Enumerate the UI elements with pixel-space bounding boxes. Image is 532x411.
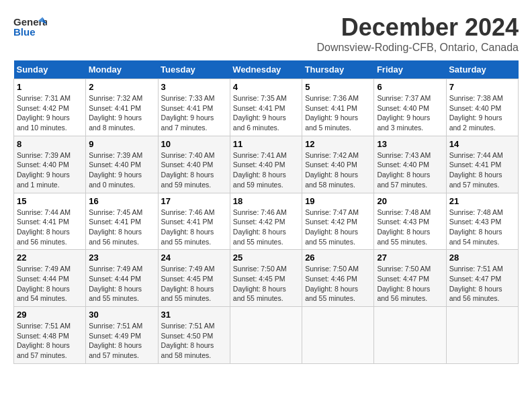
day-number: 5 — [305, 82, 371, 92]
day-number: 30 — [89, 310, 154, 320]
calendar-cell: 22Sunrise: 7:49 AMSunset: 4:44 PMDayligh… — [14, 250, 86, 307]
day-info: Sunrise: 7:46 AMSunset: 4:42 PMDaylight:… — [233, 208, 299, 247]
day-info: Sunrise: 7:32 AMSunset: 4:41 PMDaylight:… — [89, 93, 154, 133]
calendar-cell — [302, 307, 374, 364]
day-number: 31 — [161, 310, 227, 320]
calendar-cell: 6Sunrise: 7:37 AMSunset: 4:40 PMDaylight… — [374, 79, 446, 136]
subtitle: Downsview-Roding-CFB, Ontario, Canada — [316, 42, 519, 54]
day-info: Sunrise: 7:35 AMSunset: 4:41 PMDaylight:… — [233, 93, 299, 133]
calendar-cell: 14Sunrise: 7:44 AMSunset: 4:41 PMDayligh… — [446, 136, 518, 193]
day-number: 10 — [161, 139, 227, 149]
calendar-cell: 2Sunrise: 7:32 AMSunset: 4:41 PMDaylight… — [86, 79, 158, 136]
day-number: 26 — [305, 253, 371, 263]
calendar-header-thursday: Thursday — [302, 60, 374, 79]
day-info: Sunrise: 7:41 AMSunset: 4:40 PMDaylight:… — [233, 150, 299, 190]
main-title: December 2024 — [316, 13, 519, 42]
calendar-cell: 8Sunrise: 7:39 AMSunset: 4:40 PMDaylight… — [14, 136, 86, 193]
calendar-cell: 23Sunrise: 7:49 AMSunset: 4:44 PMDayligh… — [86, 250, 158, 307]
calendar-cell: 10Sunrise: 7:40 AMSunset: 4:40 PMDayligh… — [158, 136, 230, 193]
day-number: 23 — [89, 253, 154, 263]
day-info: Sunrise: 7:50 AMSunset: 4:47 PMDaylight:… — [377, 264, 443, 304]
calendar-cell: 15Sunrise: 7:44 AMSunset: 4:41 PMDayligh… — [14, 193, 86, 250]
svg-text:Blue: Blue — [13, 26, 36, 38]
day-number: 27 — [377, 253, 443, 263]
day-info: Sunrise: 7:51 AMSunset: 4:49 PMDaylight:… — [89, 321, 154, 361]
calendar-header-wednesday: Wednesday — [230, 60, 302, 79]
calendar-table: SundayMondayTuesdayWednesdayThursdayFrid… — [13, 60, 519, 364]
day-info: Sunrise: 7:39 AMSunset: 4:40 PMDaylight:… — [89, 150, 154, 190]
day-number: 13 — [377, 139, 443, 149]
day-number: 16 — [89, 196, 154, 206]
day-info: Sunrise: 7:48 AMSunset: 4:43 PMDaylight:… — [377, 208, 443, 247]
calendar-cell: 17Sunrise: 7:46 AMSunset: 4:41 PMDayligh… — [158, 193, 230, 250]
day-number: 19 — [305, 196, 371, 206]
day-info: Sunrise: 7:47 AMSunset: 4:42 PMDaylight:… — [305, 208, 371, 247]
day-info: Sunrise: 7:50 AMSunset: 4:45 PMDaylight:… — [233, 264, 299, 304]
calendar-cell: 30Sunrise: 7:51 AMSunset: 4:49 PMDayligh… — [86, 307, 158, 364]
day-info: Sunrise: 7:50 AMSunset: 4:46 PMDaylight:… — [305, 264, 371, 304]
day-number: 25 — [233, 253, 299, 263]
day-number: 18 — [233, 196, 299, 206]
calendar-cell: 5Sunrise: 7:36 AMSunset: 4:41 PMDaylight… — [302, 79, 374, 136]
day-number: 9 — [89, 139, 154, 149]
day-info: Sunrise: 7:48 AMSunset: 4:43 PMDaylight:… — [449, 208, 515, 247]
day-number: 4 — [233, 82, 299, 92]
logo: General Blue — [13, 13, 47, 40]
calendar-cell: 25Sunrise: 7:50 AMSunset: 4:45 PMDayligh… — [230, 250, 302, 307]
day-info: Sunrise: 7:51 AMSunset: 4:47 PMDaylight:… — [449, 264, 515, 304]
calendar-cell — [230, 307, 302, 364]
day-number: 17 — [161, 196, 227, 206]
day-number: 8 — [17, 139, 83, 149]
calendar-header-tuesday: Tuesday — [158, 60, 230, 79]
day-number: 24 — [161, 253, 227, 263]
day-number: 15 — [17, 196, 83, 206]
day-info: Sunrise: 7:40 AMSunset: 4:40 PMDaylight:… — [161, 150, 227, 190]
logo-icon: General Blue — [13, 13, 47, 40]
day-info: Sunrise: 7:36 AMSunset: 4:41 PMDaylight:… — [305, 93, 371, 133]
calendar-cell: 27Sunrise: 7:50 AMSunset: 4:47 PMDayligh… — [374, 250, 446, 307]
day-info: Sunrise: 7:42 AMSunset: 4:40 PMDaylight:… — [305, 150, 371, 190]
calendar-cell: 9Sunrise: 7:39 AMSunset: 4:40 PMDaylight… — [86, 136, 158, 193]
calendar-header-saturday: Saturday — [446, 60, 518, 79]
day-number: 6 — [377, 82, 443, 92]
calendar-cell: 24Sunrise: 7:49 AMSunset: 4:45 PMDayligh… — [158, 250, 230, 307]
calendar-header-monday: Monday — [86, 60, 158, 79]
day-number: 2 — [89, 82, 154, 92]
day-info: Sunrise: 7:51 AMSunset: 4:48 PMDaylight:… — [17, 321, 83, 361]
title-section: December 2024 Downsview-Roding-CFB, Onta… — [316, 13, 519, 54]
day-info: Sunrise: 7:44 AMSunset: 4:41 PMDaylight:… — [17, 208, 83, 247]
calendar-header-row: SundayMondayTuesdayWednesdayThursdayFrid… — [14, 60, 519, 79]
day-number: 11 — [233, 139, 299, 149]
calendar-cell: 18Sunrise: 7:46 AMSunset: 4:42 PMDayligh… — [230, 193, 302, 250]
calendar-cell: 4Sunrise: 7:35 AMSunset: 4:41 PMDaylight… — [230, 79, 302, 136]
day-info: Sunrise: 7:44 AMSunset: 4:41 PMDaylight:… — [449, 150, 515, 190]
day-info: Sunrise: 7:33 AMSunset: 4:41 PMDaylight:… — [161, 93, 227, 133]
calendar-cell: 1Sunrise: 7:31 AMSunset: 4:42 PMDaylight… — [14, 79, 86, 136]
calendar-header-friday: Friday — [374, 60, 446, 79]
page-header: General Blue December 2024 Downsview-Rod… — [13, 13, 519, 54]
day-info: Sunrise: 7:38 AMSunset: 4:40 PMDaylight:… — [449, 93, 515, 133]
day-info: Sunrise: 7:31 AMSunset: 4:42 PMDaylight:… — [17, 93, 83, 133]
day-number: 3 — [161, 82, 227, 92]
calendar-cell: 16Sunrise: 7:45 AMSunset: 4:41 PMDayligh… — [86, 193, 158, 250]
calendar-cell — [446, 307, 518, 364]
day-number: 14 — [449, 139, 515, 149]
day-info: Sunrise: 7:49 AMSunset: 4:44 PMDaylight:… — [89, 264, 154, 304]
day-info: Sunrise: 7:43 AMSunset: 4:40 PMDaylight:… — [377, 150, 443, 190]
day-info: Sunrise: 7:49 AMSunset: 4:45 PMDaylight:… — [161, 264, 227, 304]
day-number: 29 — [17, 310, 83, 320]
day-number: 28 — [449, 253, 515, 263]
calendar-cell — [374, 307, 446, 364]
calendar-cell: 19Sunrise: 7:47 AMSunset: 4:42 PMDayligh… — [302, 193, 374, 250]
day-number: 21 — [449, 196, 515, 206]
calendar-cell: 29Sunrise: 7:51 AMSunset: 4:48 PMDayligh… — [14, 307, 86, 364]
calendar-cell: 21Sunrise: 7:48 AMSunset: 4:43 PMDayligh… — [446, 193, 518, 250]
calendar-cell: 7Sunrise: 7:38 AMSunset: 4:40 PMDaylight… — [446, 79, 518, 136]
day-info: Sunrise: 7:49 AMSunset: 4:44 PMDaylight:… — [17, 264, 83, 304]
day-number: 1 — [17, 82, 83, 92]
day-info: Sunrise: 7:37 AMSunset: 4:40 PMDaylight:… — [377, 93, 443, 133]
day-number: 12 — [305, 139, 371, 149]
day-info: Sunrise: 7:51 AMSunset: 4:50 PMDaylight:… — [161, 321, 227, 361]
day-number: 20 — [377, 196, 443, 206]
day-info: Sunrise: 7:39 AMSunset: 4:40 PMDaylight:… — [17, 150, 83, 190]
